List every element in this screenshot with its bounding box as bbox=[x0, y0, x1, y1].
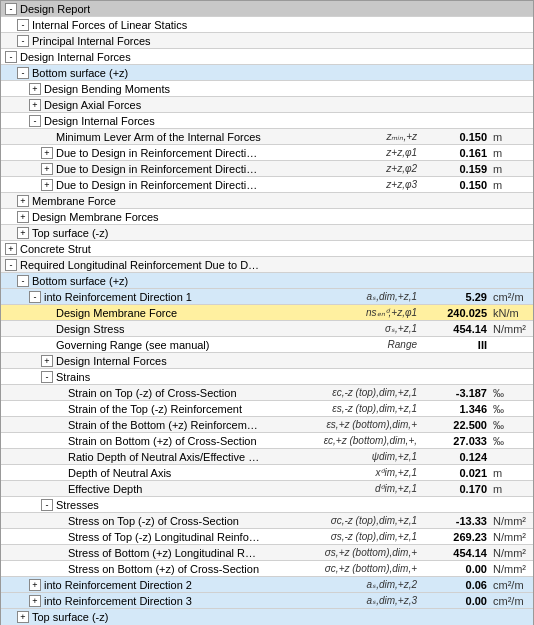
strain-top-z-reinf[interactable]: Strain of the Top (-z) Reinforcementεs,-… bbox=[1, 401, 533, 417]
strains[interactable]: -Strains bbox=[1, 369, 533, 385]
design-membrane-force-value: 240.025 bbox=[421, 307, 491, 319]
design-membrane-force-unit: kN/m bbox=[491, 307, 533, 319]
design-internal-3-expand-icon[interactable]: + bbox=[41, 355, 53, 367]
stress-bottom-z[interactable]: Stress on Bottom (+z) of Cross-Sectionσc… bbox=[1, 561, 533, 577]
effective-depth-label: Effective Depth bbox=[1, 483, 261, 495]
design-membrane-force-symbol: nsₑₙᵈ,+z,φ1 bbox=[261, 307, 421, 318]
due-reinf-3-expand-icon[interactable]: + bbox=[41, 179, 53, 191]
design-axial[interactable]: +Design Axial Forces bbox=[1, 97, 533, 113]
principal-internal-expand-icon[interactable]: - bbox=[17, 35, 29, 47]
into-reinf-1[interactable]: -into Reinforcement Direction 1aₛ,dim,+z… bbox=[1, 289, 533, 305]
strain-bottom-z-text: Strain on Bottom (+z) of Cross-Section bbox=[68, 435, 257, 447]
into-reinf-2-expand-icon[interactable]: + bbox=[29, 579, 41, 591]
due-reinf-1-unit: m bbox=[491, 147, 533, 159]
design-report[interactable]: -Design Report bbox=[1, 1, 533, 17]
stress-top-z-label: Stress on Top (-z) of Cross-Section bbox=[1, 515, 261, 527]
req-long-reinf[interactable]: -Required Longitudinal Reinforcement Due… bbox=[1, 257, 533, 273]
stress-bottom-z-value: 0.00 bbox=[421, 563, 491, 575]
into-reinf-3[interactable]: +into Reinforcement Direction 3aₛ,dim,+z… bbox=[1, 593, 533, 609]
stress-top-z-unit: N/mm² bbox=[491, 515, 533, 527]
stress-bottom-z-long[interactable]: Stress of Bottom (+z) Longitudinal Reinf… bbox=[1, 545, 533, 561]
top-surface-1-expand-icon[interactable]: + bbox=[17, 227, 29, 239]
stress-top-z-long[interactable]: Stress of Top (-z) Longitudinal Reinforc… bbox=[1, 529, 533, 545]
top-surface-1-label: +Top surface (-z) bbox=[1, 227, 261, 239]
design-membrane-forces[interactable]: +Design Membrane Forces bbox=[1, 209, 533, 225]
governing-range-symbol: Range bbox=[261, 339, 421, 350]
stresses[interactable]: -Stresses bbox=[1, 497, 533, 513]
principal-internal-label: -Principal Internal Forces bbox=[1, 35, 261, 47]
bottom-surface-1-expand-icon[interactable]: - bbox=[17, 67, 29, 79]
internal-forces-linear[interactable]: -Internal Forces of Linear Statics bbox=[1, 17, 533, 33]
membrane-force-expand-icon[interactable]: + bbox=[17, 195, 29, 207]
depth-neutral-symbol: xᵈim,+z,1 bbox=[261, 467, 421, 478]
strain-top-z-reinf-text: Strain of the Top (-z) Reinforcement bbox=[68, 403, 242, 415]
effective-depth-text: Effective Depth bbox=[68, 483, 142, 495]
design-bending-expand-icon[interactable]: + bbox=[29, 83, 41, 95]
design-bending-text: Design Bending Moments bbox=[44, 83, 170, 95]
governing-range-value: III bbox=[421, 339, 491, 351]
strain-bottom-z-reinf-label: Strain of the Bottom (+z) Reinforcement bbox=[1, 419, 261, 431]
design-internal[interactable]: -Design Internal Forces bbox=[1, 49, 533, 65]
into-reinf-3-label: +into Reinforcement Direction 3 bbox=[1, 595, 261, 607]
ratio-depth[interactable]: Ratio Depth of Neutral Axis/Effective De… bbox=[1, 449, 533, 465]
stresses-expand-icon[interactable]: - bbox=[41, 499, 53, 511]
depth-neutral[interactable]: Depth of Neutral Axisxᵈim,+z,10.021m bbox=[1, 465, 533, 481]
design-bending-label: +Design Bending Moments bbox=[1, 83, 261, 95]
into-reinf-3-expand-icon[interactable]: + bbox=[29, 595, 41, 607]
stress-top-z[interactable]: Stress on Top (-z) of Cross-Sectionσc,-z… bbox=[1, 513, 533, 529]
bottom-surface-2-expand-icon[interactable]: - bbox=[17, 275, 29, 287]
principal-internal-text: Principal Internal Forces bbox=[32, 35, 151, 47]
into-reinf-2-text: into Reinforcement Direction 2 bbox=[44, 579, 192, 591]
top-surface-2[interactable]: +Top surface (-z) bbox=[1, 609, 533, 625]
design-internal-2-expand-icon[interactable]: - bbox=[29, 115, 41, 127]
design-axial-expand-icon[interactable]: + bbox=[29, 99, 41, 111]
internal-forces-linear-expand-icon[interactable]: - bbox=[17, 19, 29, 31]
bottom-surface-1[interactable]: -Bottom surface (+z) bbox=[1, 65, 533, 81]
due-reinf-1[interactable]: +Due to Design in Reinforcement Directio… bbox=[1, 145, 533, 161]
design-internal-3[interactable]: +Design Internal Forces bbox=[1, 353, 533, 369]
stress-top-z-long-symbol: σs,-z (top),dim,+z,1 bbox=[261, 531, 421, 542]
top-surface-1[interactable]: +Top surface (-z) bbox=[1, 225, 533, 241]
design-bending[interactable]: +Design Bending Moments bbox=[1, 81, 533, 97]
design-stress[interactable]: Design Stressσₛ,+z,1454.14N/mm² bbox=[1, 321, 533, 337]
design-membrane-force[interactable]: Design Membrane Forcensₑₙᵈ,+z,φ1240.025k… bbox=[1, 305, 533, 321]
strains-expand-icon[interactable]: - bbox=[41, 371, 53, 383]
due-reinf-2-value: 0.159 bbox=[421, 163, 491, 175]
design-report-expand-icon[interactable]: - bbox=[5, 3, 17, 15]
concrete-strut[interactable]: +Concrete Strut bbox=[1, 241, 533, 257]
strain-top-z[interactable]: Strain on Top (-z) of Cross-Sectionεc,-z… bbox=[1, 385, 533, 401]
design-internal-2[interactable]: -Design Internal Forces bbox=[1, 113, 533, 129]
design-internal-3-label: +Design Internal Forces bbox=[1, 355, 261, 367]
due-reinf-3-symbol: z+z,φ3 bbox=[261, 179, 421, 190]
into-reinf-1-text: into Reinforcement Direction 1 bbox=[44, 291, 192, 303]
strain-top-z-reinf-symbol: εs,-z (top),dim,+z,1 bbox=[261, 403, 421, 414]
strain-bottom-z[interactable]: Strain on Bottom (+z) of Cross-Sectionεc… bbox=[1, 433, 533, 449]
strain-bottom-z-reinf-symbol: εs,+z (bottom),dim,+ bbox=[261, 419, 421, 430]
due-reinf-2[interactable]: +Due to Design in Reinforcement Directio… bbox=[1, 161, 533, 177]
governing-range-label: Governing Range (see manual) bbox=[1, 339, 261, 351]
membrane-force[interactable]: +Membrane Force bbox=[1, 193, 533, 209]
strain-top-z-unit: ‰ bbox=[491, 387, 533, 399]
bottom-surface-1-text: Bottom surface (+z) bbox=[32, 67, 128, 79]
min-lever-arm[interactable]: Minimum Lever Arm of the Internal Forces… bbox=[1, 129, 533, 145]
due-reinf-3-label: +Due to Design in Reinforcement Directio… bbox=[1, 179, 261, 191]
governing-range[interactable]: Governing Range (see manual)RangeIII bbox=[1, 337, 533, 353]
strain-bottom-z-reinf[interactable]: Strain of the Bottom (+z) Reinforcementε… bbox=[1, 417, 533, 433]
min-lever-arm-value: 0.150 bbox=[421, 131, 491, 143]
depth-neutral-unit: m bbox=[491, 467, 533, 479]
design-membrane-forces-expand-icon[interactable]: + bbox=[17, 211, 29, 223]
into-reinf-2[interactable]: +into Reinforcement Direction 2aₛ,dim,+z… bbox=[1, 577, 533, 593]
bottom-surface-2[interactable]: -Bottom surface (+z) bbox=[1, 273, 533, 289]
due-reinf-3[interactable]: +Due to Design in Reinforcement Directio… bbox=[1, 177, 533, 193]
top-surface-2-expand-icon[interactable]: + bbox=[17, 611, 29, 623]
due-reinf-2-expand-icon[interactable]: + bbox=[41, 163, 53, 175]
design-internal-expand-icon[interactable]: - bbox=[5, 51, 17, 63]
principal-internal[interactable]: -Principal Internal Forces bbox=[1, 33, 533, 49]
design-stress-label: Design Stress bbox=[1, 323, 261, 335]
concrete-strut-expand-icon[interactable]: + bbox=[5, 243, 17, 255]
into-reinf-1-expand-icon[interactable]: - bbox=[29, 291, 41, 303]
req-long-reinf-expand-icon[interactable]: - bbox=[5, 259, 17, 271]
due-reinf-1-expand-icon[interactable]: + bbox=[41, 147, 53, 159]
due-reinf-2-symbol: z+z,φ2 bbox=[261, 163, 421, 174]
effective-depth[interactable]: Effective Depthdᵈim,+z,10.170m bbox=[1, 481, 533, 497]
